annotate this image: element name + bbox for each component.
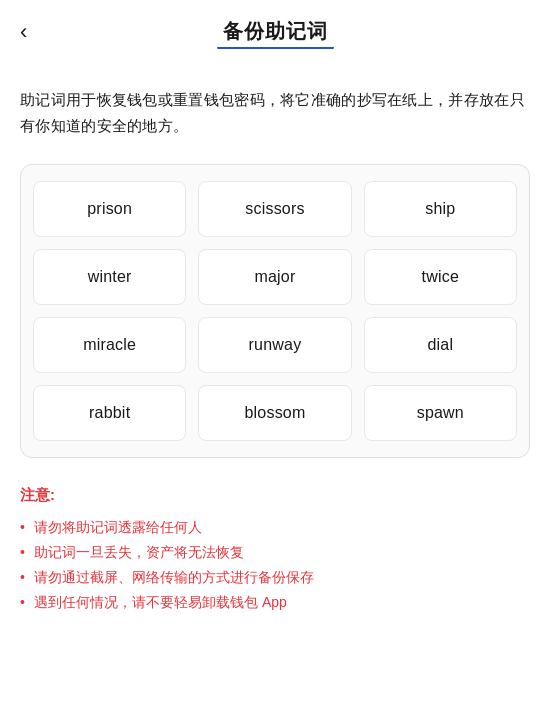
notes-item-3: 请勿通过截屏、网络传输的方式进行备份保存 [20, 565, 530, 590]
mnemonic-word-12: spawn [364, 385, 517, 441]
mnemonic-container: prisonscissorsshipwintermajortwicemiracl… [20, 164, 530, 458]
mnemonic-word-4: winter [33, 249, 186, 305]
mnemonic-word-1: prison [33, 181, 186, 237]
mnemonic-word-10: rabbit [33, 385, 186, 441]
notes-title: 注意: [20, 486, 530, 505]
notes-list: 请勿将助记词透露给任何人助记词一旦丢失，资产将无法恢复请勿通过截屏、网络传输的方… [20, 515, 530, 616]
mnemonic-word-7: miracle [33, 317, 186, 373]
header: ‹ 备份助记词 [20, 0, 530, 59]
mnemonic-word-5: major [198, 249, 351, 305]
title-underline [217, 46, 334, 49]
backup-mnemonic-page: ‹ 备份助记词 助记词用于恢复钱包或重置钱包密码，将它准确的抄写在纸上，并存放在… [0, 0, 550, 645]
description-text: 助记词用于恢复钱包或重置钱包密码，将它准确的抄写在纸上，并存放在只有你知道的安全… [20, 87, 530, 140]
back-button[interactable]: ‹ [20, 17, 35, 47]
notes-item-1: 请勿将助记词透露给任何人 [20, 515, 530, 540]
header-title-wrapper: 备份助记词 [223, 18, 328, 45]
mnemonic-word-11: blossom [198, 385, 351, 441]
mnemonic-word-6: twice [364, 249, 517, 305]
mnemonic-word-3: ship [364, 181, 517, 237]
notes-item-2: 助记词一旦丢失，资产将无法恢复 [20, 540, 530, 565]
page-title: 备份助记词 [223, 20, 328, 42]
mnemonic-word-9: dial [364, 317, 517, 373]
mnemonic-word-2: scissors [198, 181, 351, 237]
mnemonic-word-8: runway [198, 317, 351, 373]
notes-section: 注意: 请勿将助记词透露给任何人助记词一旦丢失，资产将无法恢复请勿通过截屏、网络… [20, 486, 530, 646]
mnemonic-grid: prisonscissorsshipwintermajortwicemiracl… [33, 181, 517, 441]
notes-item-4: 遇到任何情况，请不要轻易卸载钱包 App [20, 590, 530, 615]
